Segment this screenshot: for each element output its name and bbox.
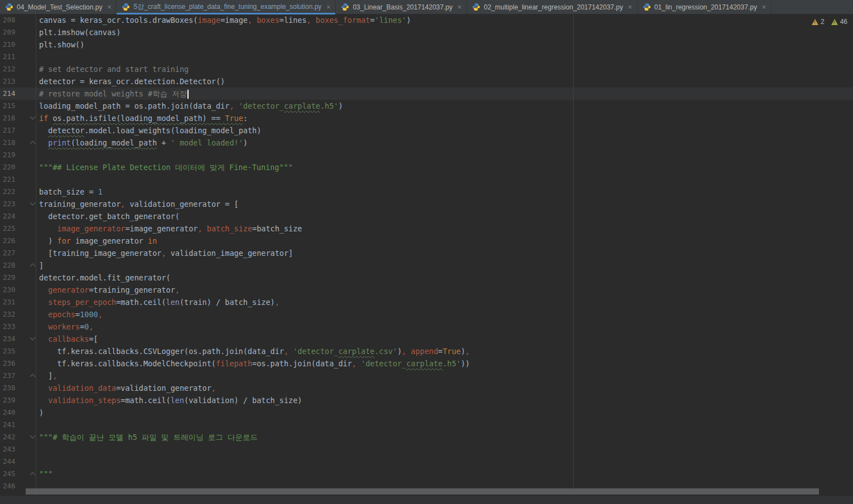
code-line[interactable]: 227 [training_image_generator, validatio…	[0, 247, 853, 259]
code-editor[interactable]: 208canvas = keras_ocr.tools.drawBoxes(im…	[0, 14, 853, 496]
weak-warning-count: 46	[840, 18, 847, 26]
code-token: print	[48, 138, 71, 147]
gutter[interactable]: 208	[0, 14, 37, 26]
gutter[interactable]: 220	[0, 161, 37, 173]
code-line[interactable]: 217 detector.model.load_weights(loading_…	[0, 124, 853, 137]
editor-tab[interactable]: 01_lin_regression_2017142037.py×	[638, 0, 772, 14]
code-line[interactable]: 212# set detector and start training	[0, 63, 853, 75]
gutter[interactable]: 232	[0, 308, 37, 321]
code-line[interactable]: 224 detector.get_batch_generator(	[0, 210, 853, 222]
gutter[interactable]: 227	[0, 247, 37, 259]
code-line[interactable]: 219	[0, 149, 853, 161]
editor-tab[interactable]: 02_multiple_linear_regression_2017142037…	[467, 0, 638, 14]
code-line[interactable]: 230 generator=training_generator,	[0, 284, 853, 296]
code-token: True	[225, 114, 243, 123]
code-line[interactable]: 245"""	[0, 468, 853, 480]
code-line[interactable]: 220"""## License Plate Detection 데이터에 맞게…	[0, 161, 853, 173]
code-line[interactable]: 237 ],	[0, 370, 853, 382]
gutter[interactable]: 223	[0, 198, 37, 210]
gutter[interactable]: 242	[0, 431, 37, 443]
tab-close-icon[interactable]: ×	[762, 3, 766, 11]
code-line[interactable]: 214# restore model weights #학습 저장	[0, 88, 853, 100]
gutter[interactable]: 215	[0, 100, 37, 112]
code-line[interactable]: 218 print(loading_model_path + ' model l…	[0, 137, 853, 149]
code-line[interactable]: 243	[0, 443, 853, 455]
code-line[interactable]: 216if os.path.isfile(loading_model_path)…	[0, 112, 853, 124]
gutter[interactable]: 229	[0, 272, 37, 284]
code-line[interactable]: 240)	[0, 406, 853, 419]
gutter[interactable]: 228	[0, 259, 37, 272]
code-line[interactable]: 208canvas = keras_ocr.tools.drawBoxes(im…	[0, 14, 853, 26]
gutter[interactable]: 209	[0, 26, 37, 38]
code-text: detector.model.load_weights(loading_mode…	[37, 124, 853, 137]
gutter[interactable]: 214	[0, 88, 37, 100]
code-line[interactable]: 210plt.show()	[0, 38, 853, 51]
code-line[interactable]: 231 steps_per_epoch=math.ceil(len(train)…	[0, 296, 853, 308]
gutter[interactable]: 226	[0, 235, 37, 247]
horizontal-scrollbar[interactable]	[26, 488, 819, 495]
gutter[interactable]: 236	[0, 357, 37, 370]
code-line[interactable]: 229detector.model.fit_generator(	[0, 272, 853, 284]
code-line[interactable]: 242"""# 학습이 끝난 모델 h5 파일 및 트레이닝 로그 다운로드	[0, 431, 853, 443]
gutter[interactable]: 211	[0, 51, 37, 63]
gutter[interactable]: 233	[0, 321, 37, 333]
gutter[interactable]: 213	[0, 75, 37, 88]
code-line[interactable]: 225 image_generator=image_generator, bat…	[0, 222, 853, 235]
gutter[interactable]: 216	[0, 112, 37, 124]
inspection-widget[interactable]: 2 46	[812, 18, 847, 26]
gutter[interactable]: 234	[0, 333, 37, 345]
gutter[interactable]: 230	[0, 284, 37, 296]
tab-close-icon[interactable]: ×	[107, 3, 111, 11]
gutter[interactable]: 218	[0, 137, 37, 149]
code-line[interactable]: 236 tf.keras.callbacks.ModelCheckpoint(f…	[0, 357, 853, 370]
code-line[interactable]: 241	[0, 419, 853, 431]
gutter[interactable]: 237	[0, 370, 37, 382]
editor-tab[interactable]: 5강_craft_license_plate_data_fine_tuning_…	[117, 0, 336, 14]
code-line[interactable]: 215loading_model_path = os.path.join(dat…	[0, 100, 853, 112]
code-line[interactable]: 244	[0, 455, 853, 468]
gutter[interactable]: 222	[0, 186, 37, 198]
strong-warning-indicator[interactable]: 2	[812, 18, 825, 26]
tab-close-icon[interactable]: ×	[628, 3, 632, 11]
code-line[interactable]: 209plt.imshow(canvas)	[0, 26, 853, 38]
gutter[interactable]: 239	[0, 394, 37, 406]
tab-close-icon[interactable]: ×	[457, 3, 461, 11]
editor-tab[interactable]: 04_Model_Test_Selection.py×	[0, 0, 117, 14]
weak-warning-indicator[interactable]: 46	[831, 18, 847, 26]
gutter[interactable]: 210	[0, 38, 37, 51]
code-line[interactable]: 234 callbacks=[	[0, 333, 853, 345]
gutter[interactable]: 244	[0, 455, 37, 468]
gutter[interactable]: 231	[0, 296, 37, 308]
editor-tab[interactable]: 03_Linear_Basis_2017142037.py×	[336, 0, 467, 14]
gutter[interactable]: 243	[0, 443, 37, 455]
gutter[interactable]: 219	[0, 149, 37, 161]
code-line[interactable]: 233 workers=0,	[0, 321, 853, 333]
code-line[interactable]: 238 validation_data=validation_generator…	[0, 382, 853, 394]
code-line[interactable]: 211	[0, 51, 853, 63]
gutter[interactable]: 235	[0, 345, 37, 357]
code-line[interactable]: 239 validation_steps=math.ceil(len(valid…	[0, 394, 853, 406]
code-text: tf.keras.callbacks.CSVLogger(os.path.joi…	[37, 345, 853, 357]
gutter[interactable]: 224	[0, 210, 37, 222]
code-line[interactable]: 228]	[0, 259, 853, 272]
gutter[interactable]: 225	[0, 222, 37, 235]
gutter[interactable]: 238	[0, 382, 37, 394]
gutter[interactable]: 221	[0, 173, 37, 186]
code-line[interactable]: 223training_generator, validation_genera…	[0, 198, 853, 210]
code-line[interactable]: 232 epochs=1000,	[0, 308, 853, 321]
line-number: 238	[0, 384, 16, 392]
gutter[interactable]: 212	[0, 63, 37, 75]
tab-close-icon[interactable]: ×	[326, 3, 330, 11]
code-token: callbacks	[48, 335, 89, 343]
code-line[interactable]: 221	[0, 173, 853, 186]
code-line[interactable]: 222batch_size = 1	[0, 186, 853, 198]
gutter[interactable]: 217	[0, 124, 37, 137]
code-line[interactable]: 226 ) for image_generator in	[0, 235, 853, 247]
code-line[interactable]: 235 tf.keras.callbacks.CSVLogger(os.path…	[0, 345, 853, 357]
code-line[interactable]: 213detector = keras_ocr.detection.Detect…	[0, 75, 853, 88]
gutter[interactable]: 245	[0, 468, 37, 480]
gutter[interactable]: 241	[0, 419, 37, 431]
gutter[interactable]: 240	[0, 406, 37, 419]
line-number: 219	[0, 151, 16, 159]
line-number: 233	[0, 322, 16, 331]
